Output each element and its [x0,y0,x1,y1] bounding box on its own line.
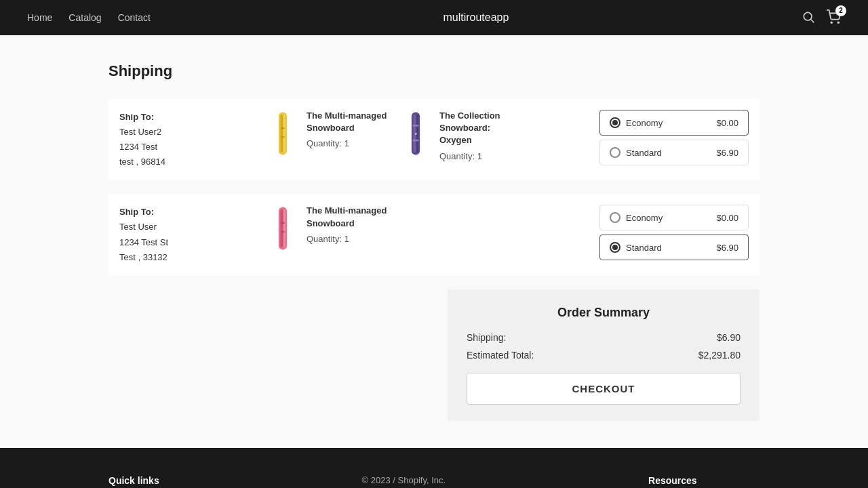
total-label: Estimated Total: [467,350,534,361]
svg-point-2 [831,22,832,23]
ship-to-address1-1: 1234 Test [119,140,255,155]
ship-to-name-1: Test User2 [119,125,255,140]
svg-rect-11 [417,115,418,152]
shipping-row-1: Ship To: Test User2 1234 Test test , 968… [108,99,760,180]
product-image-snowboard-blue: ★ [399,110,433,157]
total-value: $2,291.80 [698,350,741,361]
product-qty-2: Quantity: 1 [439,151,521,161]
cart-count: 2 [835,5,846,16]
footer-center: © 2023 / Shopify, Inc. ©2023/ Shopify, I… [362,475,446,488]
svg-point-0 [804,12,812,20]
product-1-row1: The Multi-managed Snowboard Quantity: 1 [266,110,388,157]
nav-contact[interactable]: Contact [118,12,151,23]
option-label-economy-2: Economy [626,213,663,223]
svg-rect-7 [281,127,284,129]
summary-title: Order Summary [467,306,741,320]
cart-icon[interactable]: 2 [826,9,841,26]
header: Home Catalog Contact multirouteapp 2 [0,0,868,35]
option-label-standard-1: Standard [626,148,662,158]
ship-to-address2-2: Test , 33132 [119,250,255,265]
option-price-standard-1: $6.90 [716,148,738,158]
svg-rect-13 [413,140,419,142]
option-price-standard-2: $6.90 [716,243,738,253]
footer-copyright-1: © 2023 / Shopify, Inc. [362,475,446,485]
search-icon[interactable] [802,10,815,26]
ship-to-name-2: Test User [119,220,255,235]
product-info-row2: The Multi-managed Snowboard Quantity: 1 [307,205,388,243]
shipping-label: Shipping: [467,332,506,343]
product-name-2: The Collection Snowboard: Oxygen [439,110,521,147]
order-summary: Order Summary Shipping: $6.90 Estimated … [448,289,760,421]
product-qty-1: Quantity: 1 [307,138,388,148]
ship-to-address1-2: 1234 Test St [119,235,255,250]
footer: Quick links Home Catalog Contact © 2023 … [0,448,868,488]
radio-economy-1 [610,117,620,128]
shipping-option-economy-2[interactable]: Economy $0.00 [599,205,749,230]
ship-to-label-2: Ship To: [119,205,255,220]
product-info-2: The Collection Snowboard: Oxygen Quantit… [439,110,521,161]
shipping-option-standard-2[interactable]: Standard $6.90 [599,235,749,260]
svg-line-1 [811,19,814,22]
site-logo: multirouteapp [443,12,509,24]
svg-rect-8 [281,136,284,138]
svg-rect-18 [281,223,284,224]
shipping-row-2: Ship To: Test User 1234 Test St Test , 3… [108,194,760,275]
shipping-options-1: Economy $0.00 Standard $6.90 [599,110,749,165]
ship-to-1: Ship To: Test User2 1234 Test test , 968… [119,110,255,169]
shipping-option-standard-1[interactable]: Standard $6.90 [599,140,749,165]
page-title: Shipping [108,62,760,80]
svg-point-3 [837,22,839,23]
svg-rect-17 [284,209,285,247]
product-qty-row2: Quantity: 1 [307,234,388,244]
option-label-standard-2: Standard [626,243,662,253]
resources-title: Resources [648,475,760,486]
option-price-economy-2: $0.00 [716,213,738,223]
main-content: Shipping Ship To: Test User2 1234 Test t… [0,35,868,448]
main-nav: Home Catalog Contact [27,12,151,23]
product-image-snowboard-yellow [266,110,300,157]
svg-rect-6 [284,115,285,152]
option-label-economy-1: Economy [626,118,663,128]
summary-shipping-row: Shipping: $6.90 [467,332,741,343]
svg-rect-12 [413,125,419,127]
product-2-row1: ★ The Collection Snowboard: Oxygen Quant… [399,110,521,161]
product-name-1: The Multi-managed Snowboard [307,110,388,134]
shipping-option-economy-1[interactable]: Economy $0.00 [599,110,749,136]
nav-catalog[interactable]: Catalog [68,12,101,23]
product-info-1: The Multi-managed Snowboard Quantity: 1 [307,110,388,148]
ship-to-address2-1: test , 96814 [119,155,255,169]
order-summary-wrapper: Order Summary Shipping: $6.90 Estimated … [108,289,760,421]
shipping-options-2: Economy $0.00 Standard $6.90 [599,205,749,260]
nav-home[interactable]: Home [27,12,52,23]
quick-links-title: Quick links [108,475,159,486]
option-price-economy-1: $0.00 [716,118,738,128]
checkout-button[interactable]: CHECKOUT [467,373,741,405]
radio-standard-1 [610,147,620,158]
svg-rect-16 [281,209,283,247]
ship-to-2: Ship To: Test User 1234 Test St Test , 3… [119,205,255,264]
footer-resources: Resources Generated test data docs Graph… [648,475,760,488]
product-1-row2: The Multi-managed Snowboard Quantity: 1 [266,205,388,252]
footer-quick-links: Quick links Home Catalog Contact [108,475,159,488]
svg-rect-19 [281,232,284,233]
ship-to-label-1: Ship To: [119,110,255,125]
product-name-row2: The Multi-managed Snowboard [307,205,388,229]
summary-total-row: Estimated Total: $2,291.80 [467,350,741,361]
shipping-value: $6.90 [717,332,741,343]
radio-standard-2 [610,242,620,253]
radio-economy-2 [610,212,620,223]
svg-rect-5 [281,115,283,152]
header-actions: 2 [802,9,841,26]
product-image-snowboard-pink [266,205,300,252]
